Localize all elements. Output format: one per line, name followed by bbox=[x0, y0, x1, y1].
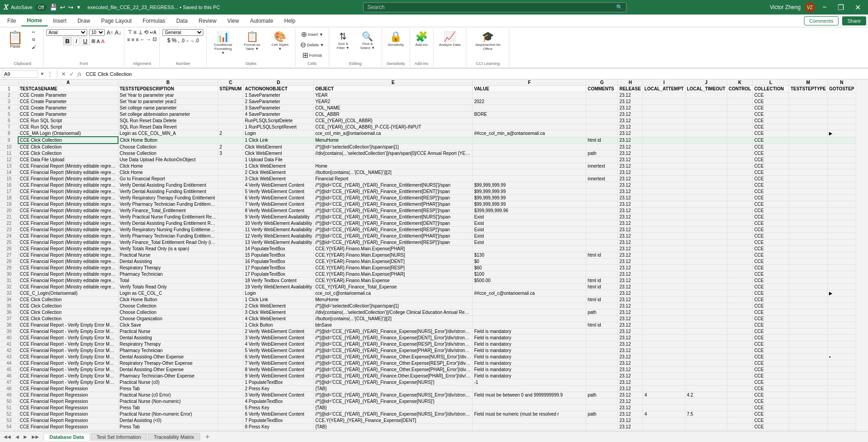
row-number[interactable]: 51 bbox=[0, 405, 18, 411]
cell-D14[interactable]: 2 Click WebElement bbox=[243, 169, 314, 176]
cell-B53[interactable]: Dental Assisting (<0) bbox=[118, 417, 218, 424]
cell-E21[interactable]: //*[@id='CCE_{YEAR}_{YEAR}_Finance_Entit… bbox=[314, 214, 473, 220]
cell-K45[interactable] bbox=[727, 367, 752, 373]
cell-M4[interactable] bbox=[789, 105, 828, 111]
cell-F42[interactable]: Field is mandatory bbox=[473, 348, 586, 354]
cell-K52[interactable] bbox=[727, 411, 752, 417]
delete-cells-button[interactable]: ⊖ Delete ▼ bbox=[298, 40, 326, 50]
col-header-k[interactable]: K bbox=[727, 79, 752, 86]
cell-I32[interactable] bbox=[643, 284, 685, 290]
italic-button[interactable]: I bbox=[73, 37, 79, 45]
cell-D46[interactable]: 9 Verify WebElement Content bbox=[243, 373, 314, 379]
cell-J30[interactable] bbox=[685, 271, 727, 278]
cell-G48[interactable] bbox=[586, 386, 618, 392]
cell-I25[interactable] bbox=[643, 239, 685, 246]
cell-N26[interactable] bbox=[828, 246, 856, 252]
cell-B26[interactable]: Verify Totals Read Only (is a span) bbox=[118, 246, 218, 252]
cell-G50[interactable] bbox=[586, 398, 618, 405]
cell-I34[interactable] bbox=[643, 297, 685, 303]
cell-C16[interactable] bbox=[218, 182, 243, 189]
cell-I16[interactable] bbox=[643, 182, 685, 189]
formula-bar-options-icon[interactable]: ⋮ bbox=[46, 70, 54, 78]
cell-E51[interactable]: {TAB} bbox=[314, 405, 473, 411]
col-header-g[interactable]: G bbox=[586, 79, 618, 86]
cell-E54[interactable]: {TAB} bbox=[314, 424, 473, 430]
cell-N32[interactable] bbox=[828, 284, 856, 290]
font-family-select[interactable]: Arial bbox=[46, 29, 87, 36]
cell-F4[interactable] bbox=[473, 105, 586, 111]
cell-L49[interactable]: CCE bbox=[753, 392, 789, 398]
cell-H2[interactable]: 23.12 bbox=[618, 92, 643, 99]
cell-K26[interactable] bbox=[727, 246, 752, 252]
cell-I52[interactable]: 4 bbox=[643, 411, 685, 417]
row-number[interactable]: 26 bbox=[0, 246, 18, 252]
cell-A55[interactable]: CCE Financial Report Regression bbox=[18, 430, 118, 431]
cell-E9[interactable]: MenuHome bbox=[314, 137, 473, 144]
cell-L20[interactable]: CCE bbox=[753, 208, 789, 214]
align-middle-icon[interactable]: ≡ bbox=[133, 29, 137, 35]
insert-function-icon[interactable]: 𝑓𝑥 bbox=[77, 70, 82, 78]
cell-C53[interactable] bbox=[218, 417, 243, 424]
cell-I20[interactable] bbox=[643, 208, 685, 214]
cell-B35[interactable]: Choose Collection bbox=[118, 303, 218, 309]
row-number[interactable]: 45 bbox=[0, 367, 18, 373]
restore-button[interactable]: ❐ bbox=[834, 1, 848, 14]
cell-J7[interactable] bbox=[685, 124, 727, 130]
cell-N39[interactable] bbox=[828, 328, 856, 335]
cell-A7[interactable]: CCE Run SQL Script bbox=[18, 124, 118, 130]
user-avatar[interactable]: VZ bbox=[804, 2, 815, 13]
tab-help[interactable]: Help bbox=[279, 16, 301, 26]
cell-K21[interactable] bbox=[727, 214, 752, 220]
cell-G37[interactable] bbox=[586, 316, 618, 322]
cell-A45[interactable]: CCE Financial Report - Verify Empty Erro… bbox=[18, 367, 118, 373]
cell-C45[interactable] bbox=[218, 367, 243, 373]
cell-B50[interactable]: Practical Nurse (Non-numeric) bbox=[118, 398, 218, 405]
row-number[interactable]: 43 bbox=[0, 354, 18, 360]
cell-F45[interactable]: Field is mandatory bbox=[473, 367, 586, 373]
cell-A39[interactable]: CCE Financial Report - Verify Empty Erro… bbox=[18, 328, 118, 335]
cell-B14[interactable]: Click Home bbox=[118, 169, 218, 176]
cell-F33[interactable]: ##cce_col_c@ontarioemail.ca bbox=[473, 290, 586, 297]
row-number[interactable]: 52 bbox=[0, 411, 18, 417]
cell-L34[interactable]: CCE bbox=[753, 297, 789, 303]
cell-I3[interactable] bbox=[643, 99, 685, 105]
cell-H9[interactable]: 23.12 bbox=[618, 137, 643, 144]
cell-M21[interactable] bbox=[789, 214, 828, 220]
cell-C40[interactable] bbox=[218, 335, 243, 341]
cell-g1[interactable]: COMMENTS bbox=[586, 86, 618, 92]
cell-I43[interactable] bbox=[643, 354, 685, 360]
cell-G40[interactable] bbox=[586, 335, 618, 341]
cell-N35[interactable] bbox=[828, 303, 856, 309]
cell-F13[interactable] bbox=[473, 163, 586, 169]
cell-N47[interactable] bbox=[828, 379, 856, 386]
cell-j1[interactable]: LOCAL_TIMEOUT bbox=[685, 86, 727, 92]
row-number[interactable]: 37 bbox=[0, 316, 18, 322]
cell-M29[interactable] bbox=[789, 265, 828, 271]
col-header-j[interactable]: J bbox=[685, 79, 727, 86]
cell-B39[interactable]: Practical Nurse bbox=[118, 328, 218, 335]
cell-D13[interactable]: 1 Click WebElement bbox=[243, 163, 314, 169]
cell-a1[interactable]: TESTCASENAME bbox=[18, 86, 118, 92]
row-number[interactable]: 17 bbox=[0, 189, 18, 195]
cell-A36[interactable]: CCE Click Collection bbox=[18, 309, 118, 316]
autosave-toggle[interactable]: Off bbox=[35, 4, 47, 11]
close-button[interactable]: ✕ bbox=[851, 1, 864, 14]
cell-F3[interactable]: 2022 bbox=[473, 99, 586, 105]
cell-A18[interactable]: CCE Financial Report (Ministry editable … bbox=[18, 195, 118, 201]
cell-K47[interactable] bbox=[727, 379, 752, 386]
cell-B25[interactable]: Verify Finance_Total Entitlement Read On… bbox=[118, 239, 218, 246]
cell-M53[interactable] bbox=[789, 417, 828, 424]
cell-F27[interactable]: $130 bbox=[473, 252, 586, 258]
cell-N52[interactable] bbox=[828, 411, 856, 417]
cell-I31[interactable] bbox=[643, 278, 685, 284]
font-size-select[interactable]: 10 bbox=[89, 29, 105, 36]
cell-M20[interactable] bbox=[789, 208, 828, 214]
cell-L47[interactable]: CCE bbox=[753, 379, 789, 386]
cell-M30[interactable] bbox=[789, 271, 828, 278]
cell-B22[interactable]: Verify Dental Assisting Funding Entitlem… bbox=[118, 220, 218, 227]
col-header-l[interactable]: L bbox=[753, 79, 789, 86]
cell-H30[interactable]: 23.12 bbox=[618, 271, 643, 278]
row-number[interactable]: 41 bbox=[0, 341, 18, 348]
cell-D17[interactable]: 5 Verify WebElement Content bbox=[243, 189, 314, 195]
cell-J10[interactable] bbox=[685, 144, 727, 150]
